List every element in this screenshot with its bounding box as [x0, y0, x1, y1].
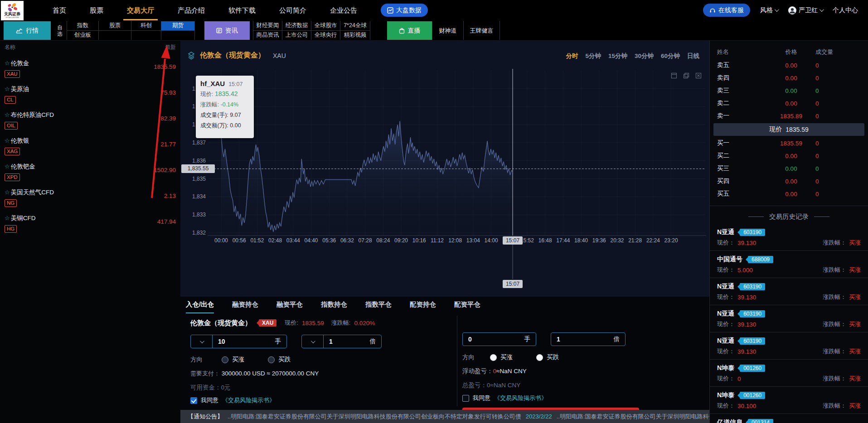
tab-finance-news[interactable]: 财经要闻 [253, 21, 282, 31]
close-risk-agreement-link[interactable]: 《交易风险揭示书》 [494, 394, 547, 402]
period-tabs: 分时 5分钟 15分钟 30分钟 60分钟 日线 [566, 52, 699, 60]
tab-commodity-news[interactable]: 商品资讯 [253, 31, 282, 40]
nav-item-downloads[interactable]: 软件下载 [217, 0, 267, 20]
period-tab-30min[interactable]: 30分钟 [635, 52, 654, 60]
close-buy-down-radio[interactable] [536, 354, 543, 361]
tab-videos[interactable]: 精彩视频 [340, 31, 370, 40]
watchlist-item-cl[interactable]: ☆美原油 CL 75.93 [0, 85, 180, 111]
depth-row-sell4[interactable]: 卖四 0.00 0 [710, 72, 868, 84]
depth-row-sell2[interactable]: 卖二 0.00 0 [710, 97, 868, 110]
tab-allocation-close[interactable]: 配资平仓 [454, 300, 480, 313]
window-icon[interactable] [671, 72, 677, 79]
star-icon[interactable]: ☆ [5, 215, 10, 221]
tab-global-stocks[interactable]: 全球股市 [311, 21, 340, 31]
star-icon[interactable]: ☆ [5, 137, 10, 144]
nav-item-trading-hall[interactable]: 交易大厅 [115, 0, 166, 20]
nav-item-about[interactable]: 公司简介 [267, 0, 318, 20]
depth-row-sell1[interactable]: 卖一 1835.89 0 [710, 110, 868, 122]
tab-open-close[interactable]: 入仓/出仓 [186, 300, 214, 313]
nav-item-stocks[interactable]: 股票 [78, 0, 115, 20]
nav-item-home[interactable]: 首页 [41, 0, 78, 20]
close-agree-checkbox[interactable] [462, 395, 469, 402]
depth-row-buy3[interactable]: 买三 0.00 0 [710, 162, 868, 175]
depth-row-buy5[interactable]: 买五 0.00 0 [710, 187, 868, 200]
depth-row-sell3[interactable]: 卖三 0.00 0 [710, 84, 868, 97]
tab-chinext[interactable]: 创业板 [67, 31, 99, 40]
tab-stock[interactable]: 股票 [99, 21, 131, 31]
depth-row-sell5[interactable]: 卖五 0.00 0 [710, 59, 868, 72]
brand-logo[interactable]: 天风证券 TF SECURITIES [1, 1, 24, 20]
history-entry[interactable]: N坤泰001260现价：30.100涨跌幅：买涨 [710, 387, 868, 414]
close-lots-input[interactable]: 0 手 [463, 333, 536, 346]
star-icon[interactable]: ☆ [5, 163, 10, 170]
watchlist-item-xag[interactable]: ☆伦敦银 XAG 21.77 [0, 136, 180, 162]
risk-agreement-link[interactable]: 《交易风险揭示书》 [222, 396, 275, 404]
online-service-button[interactable]: 在线客服 [703, 4, 750, 17]
buy-down-radio[interactable] [268, 356, 275, 363]
nav-item-announcements[interactable]: 企业公告 [318, 0, 369, 20]
period-tab-15min[interactable]: 15分钟 [608, 52, 627, 60]
close-buy-up-radio[interactable] [490, 354, 497, 361]
star-icon[interactable]: ☆ [5, 86, 10, 92]
tab-favorites[interactable]: 自选 [55, 21, 65, 40]
star-icon[interactable]: ☆ [5, 60, 10, 67]
news-tab-grid: 财经要闻 经济数据 全球股市 7*24全球 商品资讯 上市公司 全球央行 精彩视… [253, 21, 370, 40]
watchlist-item-xau[interactable]: ☆伦敦金 XAU 1835.59 [0, 59, 180, 85]
period-tab-5min[interactable]: 5分钟 [585, 52, 601, 60]
personal-center-link[interactable]: 个人中心 [833, 6, 858, 14]
tab-index-close[interactable]: 指数平仓 [365, 300, 392, 313]
tab-724-global[interactable]: 7*24全球 [340, 21, 370, 31]
depth-row-buy2[interactable]: 买二 0.00 0 [710, 149, 868, 162]
history-price: 39.130 [737, 321, 756, 328]
close-leverage-input[interactable]: 1 倍 [551, 333, 625, 346]
nav-item-products[interactable]: 产品介绍 [166, 0, 217, 20]
chart-box-icon [387, 7, 393, 14]
style-dropdown[interactable]: 风格 [760, 6, 778, 14]
star-icon[interactable]: ☆ [5, 111, 10, 118]
history-entry[interactable]: N坤泰001260现价：0涨跌幅：买涨 [710, 360, 868, 387]
star-icon[interactable]: ☆ [5, 189, 10, 196]
history-entry[interactable]: N亚通603190现价：39.130涨跌幅：买涨 [710, 278, 868, 305]
tab-margin-close[interactable]: 融资平仓 [276, 300, 303, 313]
market-data-button[interactable]: 大盘数据 [381, 4, 428, 17]
tab-index-positions[interactable]: 指数持仓 [321, 300, 347, 313]
tab-live[interactable]: 直播 [387, 21, 432, 40]
history-entry[interactable]: 中国通号688009现价：5.000涨跌幅：买涨 [710, 251, 868, 278]
depth-row-buy1[interactable]: 买一 1835.59 0 [710, 137, 868, 149]
leverage-input[interactable]: 1 倍 [324, 335, 381, 348]
tab-caishendao[interactable]: 财神道 [432, 21, 464, 40]
history-entry[interactable]: 亿道信息001314现价：0涨跌幅：买涨 [710, 414, 868, 423]
buy-up-radio[interactable] [222, 356, 228, 363]
tab-economic-data[interactable]: 经济数据 [282, 21, 311, 31]
watchlist-item-ng[interactable]: ☆美国天然气CFD NG 2.13 [0, 188, 180, 214]
tab-news[interactable]: 资讯 [204, 21, 250, 40]
period-tab-60min[interactable]: 60分钟 [661, 52, 680, 60]
restore-icon[interactable] [683, 72, 689, 79]
tab-listed-companies[interactable]: 上市公司 [282, 31, 311, 40]
history-entry[interactable]: N亚通603190现价：39.130涨跌幅：买涨 [710, 305, 868, 332]
tab-quotes[interactable]: 行情 [4, 21, 51, 40]
history-entry[interactable]: N亚通603190现价：39.130涨跌幅：买涨 [710, 332, 868, 360]
watchlist-item-xpd[interactable]: ☆伦敦钯金 XPD 1502.90 [0, 162, 180, 188]
tab-star-market[interactable]: 科创 [131, 21, 161, 31]
price-chart[interactable]: 1,8321,8331,8341,8351,8361,8371,8381,839… [180, 41, 709, 294]
tab-margin-positions[interactable]: 融资持仓 [232, 300, 258, 313]
watchlist-item-hg[interactable]: ☆美铜CFD HG 417.94 [0, 214, 180, 240]
watchlist-item-oil[interactable]: ☆布伦特原油CFD OIL 82.39 [0, 111, 180, 136]
tab-allocation-positions[interactable]: 配资持仓 [410, 300, 436, 313]
lots-input[interactable]: 10 手 [213, 335, 286, 348]
tab-central-banks[interactable]: 全球央行 [311, 31, 340, 40]
period-tab-timeline[interactable]: 分时 [566, 52, 578, 60]
lots-dropdown[interactable] [191, 335, 213, 348]
tab-futures[interactable]: 期货 [161, 21, 195, 31]
period-tab-daily[interactable]: 日线 [687, 52, 699, 60]
last-price: 21.77 [160, 141, 176, 148]
history-entry[interactable]: N亚通603190现价：39.130涨跌幅：买涨 [710, 224, 868, 251]
user-menu[interactable]: 严卫红 [788, 6, 823, 15]
close-chart-icon[interactable] [695, 72, 702, 79]
depth-row-buy4[interactable]: 买四 0.00 0 [710, 175, 868, 187]
agree-checkbox[interactable] [190, 397, 197, 404]
tab-index[interactable]: 指数 [67, 21, 99, 31]
leverage-dropdown[interactable] [302, 335, 324, 348]
tab-wangpai[interactable]: 王牌健言 [464, 21, 500, 40]
